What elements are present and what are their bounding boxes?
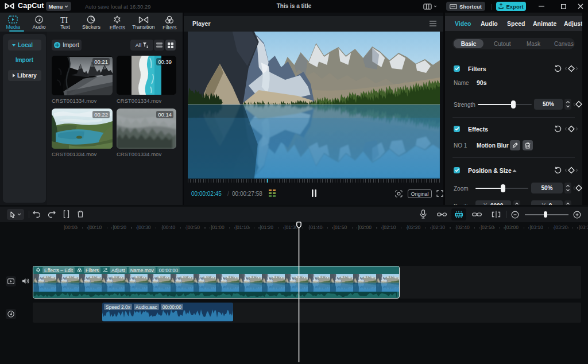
svg-text:TI: TI — [60, 16, 68, 24]
